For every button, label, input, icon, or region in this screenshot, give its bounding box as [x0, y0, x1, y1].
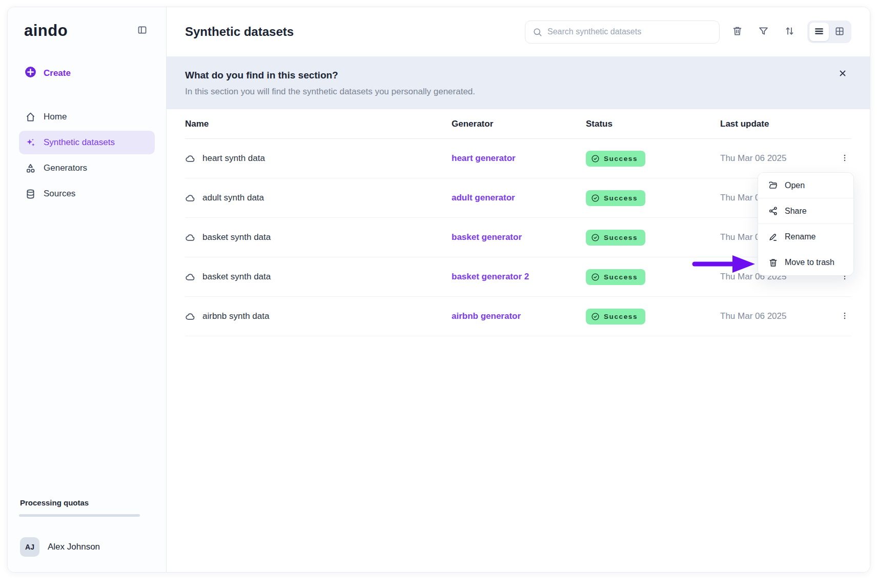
- cloud-icon: [185, 153, 196, 164]
- banner-close-button[interactable]: [836, 67, 849, 82]
- search-box: [525, 21, 720, 44]
- create-button[interactable]: Create: [19, 63, 155, 84]
- banner-subtitle: In this section you will find the synthe…: [185, 87, 851, 97]
- sidebar-collapse-button[interactable]: [134, 22, 151, 40]
- user-profile[interactable]: AJ Alex Johnson: [19, 537, 155, 557]
- status-label: Success: [604, 234, 638, 241]
- menu-item-share[interactable]: Share: [758, 198, 853, 224]
- sidebar-item-label: Home: [44, 112, 67, 122]
- check-circle-icon: [591, 154, 600, 163]
- trash-icon: [732, 26, 743, 38]
- sidebar-item-sources[interactable]: Sources: [19, 182, 155, 206]
- home-icon: [25, 112, 36, 123]
- table-header: Name Generator Status Last update: [185, 109, 851, 139]
- table-row[interactable]: adult synth data adult generator Success…: [185, 178, 851, 218]
- plus-circle-icon: [24, 66, 37, 80]
- cloud-icon: [185, 311, 196, 322]
- sort-button[interactable]: [781, 23, 798, 41]
- last-update: Thu Mar 06 2025: [720, 311, 831, 321]
- column-header-name: Name: [185, 119, 452, 129]
- trash-icon: [768, 258, 778, 268]
- check-circle-icon: [591, 273, 600, 281]
- last-update: Thu Mar 06 2025: [720, 153, 831, 164]
- status-label: Success: [604, 313, 638, 320]
- main-area: Synthetic datasets: [167, 7, 870, 572]
- shapes-icon: [25, 163, 36, 174]
- info-banner: What do you find in this section? In thi…: [167, 56, 870, 109]
- status-badge: Success: [586, 269, 645, 285]
- page-header: Synthetic datasets: [167, 7, 870, 56]
- filter-button[interactable]: [755, 23, 772, 41]
- generator-link[interactable]: adult generator: [452, 193, 586, 203]
- close-icon: [838, 72, 847, 79]
- status-badge: Success: [586, 309, 645, 325]
- dataset-name: basket synth data: [202, 272, 271, 282]
- user-name: Alex Johnson: [48, 542, 100, 552]
- menu-item-label: Share: [785, 207, 807, 216]
- dataset-name: adult synth data: [202, 193, 264, 203]
- generator-link[interactable]: heart generator: [452, 153, 586, 164]
- sidebar-item-label: Generators: [44, 163, 87, 173]
- generator-link[interactable]: basket generator: [452, 232, 586, 242]
- generator-link[interactable]: basket generator 2: [452, 272, 586, 282]
- table-row[interactable]: heart synth data heart generator Success…: [185, 139, 851, 178]
- page-title: Synthetic datasets: [185, 25, 294, 39]
- dataset-name: airbnb synth data: [202, 311, 269, 321]
- banner-title: What do you find in this section?: [185, 70, 851, 81]
- sidebar: aindo Create Home: [8, 7, 167, 572]
- create-label: Create: [44, 68, 71, 78]
- table-row[interactable]: basket synth data basket generator Succe…: [185, 218, 851, 257]
- database-icon: [25, 189, 36, 199]
- column-header-last-update: Last update: [720, 119, 831, 129]
- menu-item-label: Rename: [785, 232, 815, 241]
- grid-view-icon: [834, 26, 845, 38]
- menu-item-rename[interactable]: Rename: [758, 224, 853, 250]
- check-circle-icon: [591, 194, 600, 202]
- row-menu-button[interactable]: [838, 151, 851, 166]
- app-window: aindo Create Home: [7, 7, 870, 573]
- row-context-menu: Open Share Rename Move to trash: [758, 172, 854, 276]
- generator-link[interactable]: airbnb generator: [452, 311, 586, 321]
- sidebar-item-home[interactable]: Home: [19, 105, 155, 129]
- sidebar-item-generators[interactable]: Generators: [19, 156, 155, 180]
- search-input[interactable]: [547, 27, 712, 36]
- kebab-icon: [840, 156, 849, 164]
- trash-toolbar-button[interactable]: [729, 23, 746, 41]
- kebab-icon: [840, 314, 849, 322]
- status-label: Success: [604, 194, 638, 202]
- list-view-icon: [814, 26, 824, 38]
- panel-toggle-icon: [137, 25, 148, 37]
- status-badge: Success: [586, 190, 645, 206]
- table-row[interactable]: airbnb synth data airbnb generator Succe…: [185, 297, 851, 336]
- sidebar-item-label: Sources: [44, 189, 75, 199]
- list-view-button[interactable]: [809, 23, 829, 41]
- row-menu-button[interactable]: [838, 309, 851, 324]
- processing-quotas-bar: [19, 514, 140, 517]
- folder-open-icon: [768, 180, 778, 190]
- cloud-icon: [185, 272, 196, 282]
- dataset-name: basket synth data: [202, 232, 271, 242]
- status-label: Success: [604, 273, 638, 281]
- menu-item-label: Move to trash: [785, 258, 834, 267]
- avatar: AJ: [20, 537, 39, 557]
- check-circle-icon: [591, 233, 600, 242]
- brand-logo: aindo: [24, 22, 68, 40]
- column-header-generator: Generator: [452, 119, 586, 129]
- annotation-arrow: [691, 254, 757, 276]
- menu-item-open[interactable]: Open: [758, 173, 853, 198]
- sidebar-item-synthetic-datasets[interactable]: Synthetic datasets: [19, 131, 155, 154]
- check-circle-icon: [591, 312, 600, 321]
- menu-item-label: Open: [785, 181, 805, 190]
- sort-icon: [784, 26, 795, 38]
- view-toggle: [807, 21, 851, 43]
- processing-quotas-label: Processing quotas: [19, 498, 155, 507]
- column-header-status: Status: [586, 119, 720, 129]
- dataset-name: heart synth data: [202, 153, 265, 164]
- filter-icon: [758, 26, 769, 38]
- menu-item-move-to-trash[interactable]: Move to trash: [758, 250, 853, 275]
- search-icon: [533, 27, 542, 37]
- sidebar-item-label: Synthetic datasets: [44, 137, 115, 148]
- status-label: Success: [604, 155, 638, 163]
- status-badge: Success: [586, 230, 645, 246]
- grid-view-button[interactable]: [830, 23, 849, 41]
